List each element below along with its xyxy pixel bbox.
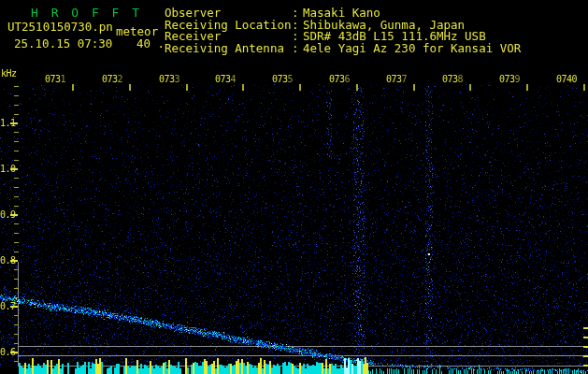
- app-title: H R O F F T: [31, 6, 142, 20]
- info-separator: :: [292, 41, 299, 55]
- time-tick-label: 0740: [556, 74, 577, 84]
- info-value: 4ele Yagi Az 230 for Kansai VOR: [303, 41, 521, 55]
- second-counter: 40 .: [136, 36, 165, 50]
- freq-tick-label: 0.8: [0, 255, 16, 266]
- freq-tick-label: 0.9: [0, 209, 16, 220]
- freq-tick-label: 1.1: [0, 118, 16, 128]
- time-tick-label: 0735: [272, 74, 293, 84]
- time-tick-label: 0738: [442, 74, 463, 84]
- hrofft-window: H R O F F T UT2510150730.pn meteor 25.10…: [0, 0, 588, 374]
- info-row-antenna: Receiving Antenna : 4ele Yagi Az 230 for…: [165, 41, 588, 53]
- time-tick-label: 0736: [329, 74, 350, 84]
- date-time: 25.10.15 07:30: [14, 36, 112, 50]
- time-tick-label: 0734: [215, 74, 236, 84]
- info-row-observer: Observer : Masaki Kano: [165, 6, 588, 18]
- time-tick-label: 0733: [159, 74, 179, 84]
- time-tick-label: 0731: [45, 74, 65, 84]
- time-tick-label: 0737: [386, 74, 407, 84]
- spectrogram-canvas: [0, 0, 588, 374]
- freq-tick-label: 0.7: [0, 301, 16, 311]
- info-row-receiver: Receiver : SDR# 43dB L15 111.6MHz USB: [165, 29, 588, 41]
- time-tick-label: 0732: [102, 74, 122, 84]
- output-filename: UT2510150730.pn: [7, 20, 113, 34]
- freq-tick-label: 0.6: [0, 347, 16, 357]
- info-row-location: Receiving Location : Shibukawa, Gunma, J…: [165, 18, 588, 30]
- time-tick-label: 0739: [499, 74, 520, 84]
- freq-tick-label: 1.0: [0, 164, 16, 174]
- info-label: Receiving Antenna: [165, 41, 284, 55]
- freq-unit-label: kHz: [1, 68, 17, 79]
